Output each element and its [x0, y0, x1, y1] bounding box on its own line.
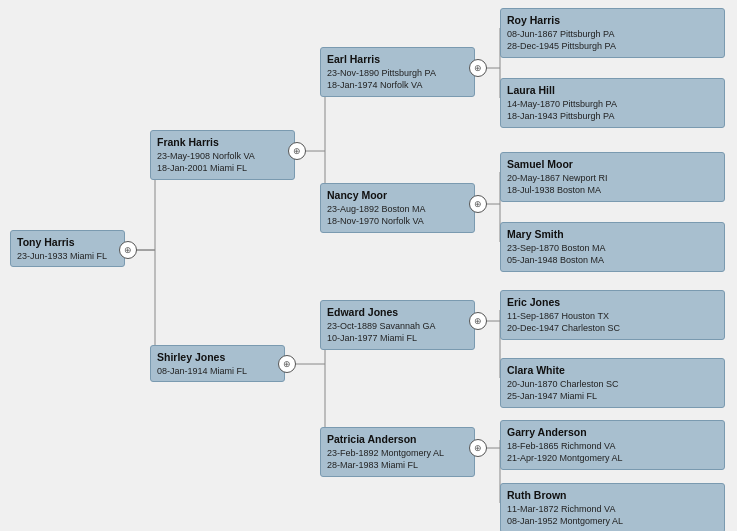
node-frank-detail2: 18-Jan-2001 Miami FL [157, 162, 288, 175]
node-tony-name: Tony Harris [17, 235, 118, 250]
node-ruth-detail1: 11-Mar-1872 Richmond VA [507, 503, 718, 516]
connector-frank[interactable]: ⊕ [288, 142, 306, 160]
node-samuel[interactable]: Samuel Moor 20-May-1867 Newport RI 18-Ju… [500, 152, 725, 202]
node-laura[interactable]: Laura Hill 14-May-1870 Pittsburgh PA 18-… [500, 78, 725, 128]
connector-shirley[interactable]: ⊕ [278, 355, 296, 373]
node-shirley-name: Shirley Jones [157, 350, 278, 365]
node-shirley-detail1: 08-Jan-1914 Miami FL [157, 365, 278, 378]
node-earl-detail2: 18-Jan-1974 Norfolk VA [327, 79, 468, 92]
family-tree-chart: Tony Harris 23-Jun-1933 Miami FL Frank H… [0, 0, 737, 531]
node-frank-name: Frank Harris [157, 135, 288, 150]
node-ruth[interactable]: Ruth Brown 11-Mar-1872 Richmond VA 08-Ja… [500, 483, 725, 531]
node-samuel-detail2: 18-Jul-1938 Boston MA [507, 184, 718, 197]
node-patricia-name: Patricia Anderson [327, 432, 468, 447]
node-clara-detail2: 25-Jan-1947 Miami FL [507, 390, 718, 403]
node-earl[interactable]: Earl Harris 23-Nov-1890 Pittsburgh PA 18… [320, 47, 475, 97]
connector-edward[interactable]: ⊕ [469, 312, 487, 330]
node-edward-detail1: 23-Oct-1889 Savannah GA [327, 320, 468, 333]
node-shirley[interactable]: Shirley Jones 08-Jan-1914 Miami FL [150, 345, 285, 382]
node-mary-detail1: 23-Sep-1870 Boston MA [507, 242, 718, 255]
node-clara[interactable]: Clara White 20-Jun-1870 Charleston SC 25… [500, 358, 725, 408]
node-garry-name: Garry Anderson [507, 425, 718, 440]
node-eric-detail2: 20-Dec-1947 Charleston SC [507, 322, 718, 335]
node-eric-detail1: 11-Sep-1867 Houston TX [507, 310, 718, 323]
node-nancy[interactable]: Nancy Moor 23-Aug-1892 Boston MA 18-Nov-… [320, 183, 475, 233]
node-tony-detail1: 23-Jun-1933 Miami FL [17, 250, 118, 263]
node-clara-name: Clara White [507, 363, 718, 378]
connector-earl[interactable]: ⊕ [469, 59, 487, 77]
node-nancy-detail1: 23-Aug-1892 Boston MA [327, 203, 468, 216]
node-tony[interactable]: Tony Harris 23-Jun-1933 Miami FL [10, 230, 125, 267]
node-laura-name: Laura Hill [507, 83, 718, 98]
node-mary-name: Mary Smith [507, 227, 718, 242]
node-samuel-detail1: 20-May-1867 Newport RI [507, 172, 718, 185]
node-roy-detail1: 08-Jun-1867 Pittsburgh PA [507, 28, 718, 41]
node-ruth-detail2: 08-Jan-1952 Montgomery AL [507, 515, 718, 528]
node-nancy-detail2: 18-Nov-1970 Norfolk VA [327, 215, 468, 228]
node-edward[interactable]: Edward Jones 23-Oct-1889 Savannah GA 10-… [320, 300, 475, 350]
connector-tony[interactable]: ⊕ [119, 241, 137, 259]
node-clara-detail1: 20-Jun-1870 Charleston SC [507, 378, 718, 391]
node-edward-detail2: 10-Jan-1977 Miami FL [327, 332, 468, 345]
node-garry-detail2: 21-Apr-1920 Montgomery AL [507, 452, 718, 465]
node-earl-detail1: 23-Nov-1890 Pittsburgh PA [327, 67, 468, 80]
node-nancy-name: Nancy Moor [327, 188, 468, 203]
node-eric[interactable]: Eric Jones 11-Sep-1867 Houston TX 20-Dec… [500, 290, 725, 340]
node-mary[interactable]: Mary Smith 23-Sep-1870 Boston MA 05-Jan-… [500, 222, 725, 272]
node-garry-detail1: 18-Feb-1865 Richmond VA [507, 440, 718, 453]
node-frank[interactable]: Frank Harris 23-May-1908 Norfolk VA 18-J… [150, 130, 295, 180]
node-laura-detail2: 18-Jan-1943 Pittsburgh PA [507, 110, 718, 123]
connector-patricia[interactable]: ⊕ [469, 439, 487, 457]
node-garry[interactable]: Garry Anderson 18-Feb-1865 Richmond VA 2… [500, 420, 725, 470]
node-edward-name: Edward Jones [327, 305, 468, 320]
node-eric-name: Eric Jones [507, 295, 718, 310]
node-patricia-detail1: 23-Feb-1892 Montgomery AL [327, 447, 468, 460]
node-ruth-name: Ruth Brown [507, 488, 718, 503]
node-roy-detail2: 28-Dec-1945 Pittsburgh PA [507, 40, 718, 53]
node-samuel-name: Samuel Moor [507, 157, 718, 172]
node-roy-name: Roy Harris [507, 13, 718, 28]
node-patricia-detail2: 28-Mar-1983 Miami FL [327, 459, 468, 472]
connector-nancy[interactable]: ⊕ [469, 195, 487, 213]
node-roy[interactable]: Roy Harris 08-Jun-1867 Pittsburgh PA 28-… [500, 8, 725, 58]
node-earl-name: Earl Harris [327, 52, 468, 67]
node-frank-detail1: 23-May-1908 Norfolk VA [157, 150, 288, 163]
node-patricia[interactable]: Patricia Anderson 23-Feb-1892 Montgomery… [320, 427, 475, 477]
node-laura-detail1: 14-May-1870 Pittsburgh PA [507, 98, 718, 111]
node-mary-detail2: 05-Jan-1948 Boston MA [507, 254, 718, 267]
